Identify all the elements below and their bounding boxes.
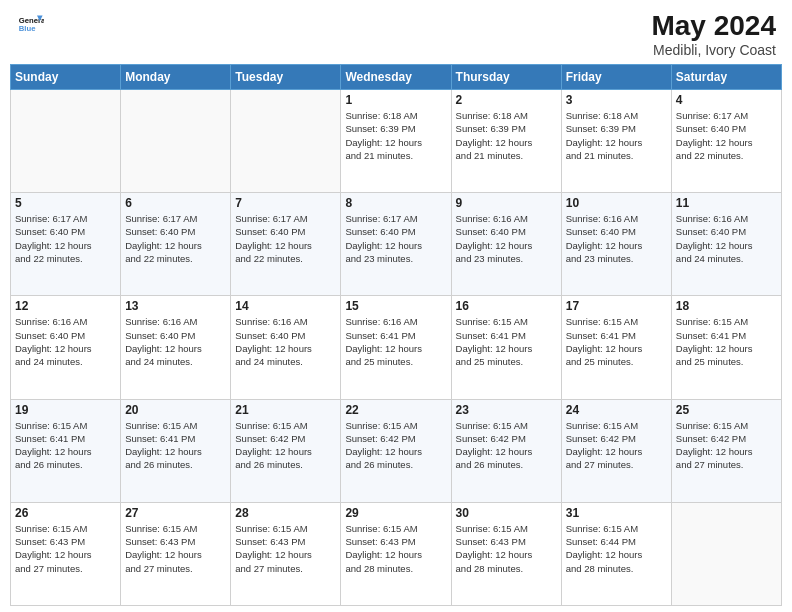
day-info: Sunrise: 6:17 AM Sunset: 6:40 PM Dayligh… (15, 212, 116, 265)
calendar-cell: 6Sunrise: 6:17 AM Sunset: 6:40 PM Daylig… (121, 193, 231, 296)
day-info: Sunrise: 6:16 AM Sunset: 6:40 PM Dayligh… (456, 212, 557, 265)
day-info: Sunrise: 6:16 AM Sunset: 6:40 PM Dayligh… (15, 315, 116, 368)
day-number: 13 (125, 299, 226, 313)
day-info: Sunrise: 6:15 AM Sunset: 6:43 PM Dayligh… (456, 522, 557, 575)
day-number: 25 (676, 403, 777, 417)
day-number: 19 (15, 403, 116, 417)
calendar-cell: 23Sunrise: 6:15 AM Sunset: 6:42 PM Dayli… (451, 399, 561, 502)
day-info: Sunrise: 6:16 AM Sunset: 6:40 PM Dayligh… (566, 212, 667, 265)
calendar-cell (231, 90, 341, 193)
day-number: 21 (235, 403, 336, 417)
calendar-cell: 16Sunrise: 6:15 AM Sunset: 6:41 PM Dayli… (451, 296, 561, 399)
weekday-header-saturday: Saturday (671, 65, 781, 90)
calendar-cell: 17Sunrise: 6:15 AM Sunset: 6:41 PM Dayli… (561, 296, 671, 399)
day-info: Sunrise: 6:15 AM Sunset: 6:43 PM Dayligh… (235, 522, 336, 575)
calendar-cell: 20Sunrise: 6:15 AM Sunset: 6:41 PM Dayli… (121, 399, 231, 502)
calendar-cell: 12Sunrise: 6:16 AM Sunset: 6:40 PM Dayli… (11, 296, 121, 399)
day-info: Sunrise: 6:18 AM Sunset: 6:39 PM Dayligh… (566, 109, 667, 162)
calendar-cell: 5Sunrise: 6:17 AM Sunset: 6:40 PM Daylig… (11, 193, 121, 296)
calendar-cell: 31Sunrise: 6:15 AM Sunset: 6:44 PM Dayli… (561, 502, 671, 605)
day-number: 4 (676, 93, 777, 107)
day-number: 29 (345, 506, 446, 520)
day-number: 9 (456, 196, 557, 210)
day-info: Sunrise: 6:15 AM Sunset: 6:41 PM Dayligh… (15, 419, 116, 472)
calendar-cell (121, 90, 231, 193)
day-info: Sunrise: 6:17 AM Sunset: 6:40 PM Dayligh… (235, 212, 336, 265)
day-info: Sunrise: 6:15 AM Sunset: 6:41 PM Dayligh… (566, 315, 667, 368)
calendar-cell: 15Sunrise: 6:16 AM Sunset: 6:41 PM Dayli… (341, 296, 451, 399)
title-location: Medibli, Ivory Coast (651, 42, 776, 58)
title-block: May 2024 Medibli, Ivory Coast (651, 10, 776, 58)
calendar-cell: 21Sunrise: 6:15 AM Sunset: 6:42 PM Dayli… (231, 399, 341, 502)
week-row-3: 12Sunrise: 6:16 AM Sunset: 6:40 PM Dayli… (11, 296, 782, 399)
day-number: 16 (456, 299, 557, 313)
day-info: Sunrise: 6:15 AM Sunset: 6:42 PM Dayligh… (345, 419, 446, 472)
day-info: Sunrise: 6:15 AM Sunset: 6:42 PM Dayligh… (456, 419, 557, 472)
weekday-header-thursday: Thursday (451, 65, 561, 90)
weekday-header-row: SundayMondayTuesdayWednesdayThursdayFrid… (11, 65, 782, 90)
day-number: 17 (566, 299, 667, 313)
day-number: 5 (15, 196, 116, 210)
week-row-4: 19Sunrise: 6:15 AM Sunset: 6:41 PM Dayli… (11, 399, 782, 502)
week-row-2: 5Sunrise: 6:17 AM Sunset: 6:40 PM Daylig… (11, 193, 782, 296)
day-info: Sunrise: 6:15 AM Sunset: 6:41 PM Dayligh… (676, 315, 777, 368)
day-number: 6 (125, 196, 226, 210)
calendar: SundayMondayTuesdayWednesdayThursdayFrid… (0, 64, 792, 612)
day-number: 12 (15, 299, 116, 313)
day-number: 18 (676, 299, 777, 313)
calendar-cell: 3Sunrise: 6:18 AM Sunset: 6:39 PM Daylig… (561, 90, 671, 193)
day-info: Sunrise: 6:15 AM Sunset: 6:44 PM Dayligh… (566, 522, 667, 575)
day-info: Sunrise: 6:16 AM Sunset: 6:40 PM Dayligh… (125, 315, 226, 368)
day-info: Sunrise: 6:18 AM Sunset: 6:39 PM Dayligh… (456, 109, 557, 162)
day-number: 27 (125, 506, 226, 520)
day-info: Sunrise: 6:15 AM Sunset: 6:42 PM Dayligh… (235, 419, 336, 472)
calendar-cell: 19Sunrise: 6:15 AM Sunset: 6:41 PM Dayli… (11, 399, 121, 502)
week-row-1: 1Sunrise: 6:18 AM Sunset: 6:39 PM Daylig… (11, 90, 782, 193)
calendar-cell: 27Sunrise: 6:15 AM Sunset: 6:43 PM Dayli… (121, 502, 231, 605)
calendar-cell: 8Sunrise: 6:17 AM Sunset: 6:40 PM Daylig… (341, 193, 451, 296)
calendar-cell (11, 90, 121, 193)
day-number: 22 (345, 403, 446, 417)
calendar-cell: 14Sunrise: 6:16 AM Sunset: 6:40 PM Dayli… (231, 296, 341, 399)
calendar-cell: 7Sunrise: 6:17 AM Sunset: 6:40 PM Daylig… (231, 193, 341, 296)
calendar-cell: 1Sunrise: 6:18 AM Sunset: 6:39 PM Daylig… (341, 90, 451, 193)
day-info: Sunrise: 6:17 AM Sunset: 6:40 PM Dayligh… (125, 212, 226, 265)
day-info: Sunrise: 6:15 AM Sunset: 6:42 PM Dayligh… (566, 419, 667, 472)
calendar-cell (671, 502, 781, 605)
day-number: 20 (125, 403, 226, 417)
calendar-table: SundayMondayTuesdayWednesdayThursdayFrid… (10, 64, 782, 606)
week-row-5: 26Sunrise: 6:15 AM Sunset: 6:43 PM Dayli… (11, 502, 782, 605)
logo: General Blue (16, 10, 44, 38)
calendar-cell: 26Sunrise: 6:15 AM Sunset: 6:43 PM Dayli… (11, 502, 121, 605)
day-number: 24 (566, 403, 667, 417)
weekday-header-monday: Monday (121, 65, 231, 90)
calendar-cell: 10Sunrise: 6:16 AM Sunset: 6:40 PM Dayli… (561, 193, 671, 296)
day-info: Sunrise: 6:18 AM Sunset: 6:39 PM Dayligh… (345, 109, 446, 162)
day-number: 31 (566, 506, 667, 520)
calendar-cell: 29Sunrise: 6:15 AM Sunset: 6:43 PM Dayli… (341, 502, 451, 605)
calendar-cell: 24Sunrise: 6:15 AM Sunset: 6:42 PM Dayli… (561, 399, 671, 502)
calendar-cell: 25Sunrise: 6:15 AM Sunset: 6:42 PM Dayli… (671, 399, 781, 502)
calendar-cell: 30Sunrise: 6:15 AM Sunset: 6:43 PM Dayli… (451, 502, 561, 605)
title-month: May 2024 (651, 10, 776, 42)
day-info: Sunrise: 6:15 AM Sunset: 6:43 PM Dayligh… (345, 522, 446, 575)
day-number: 10 (566, 196, 667, 210)
day-number: 26 (15, 506, 116, 520)
day-info: Sunrise: 6:16 AM Sunset: 6:41 PM Dayligh… (345, 315, 446, 368)
calendar-cell: 28Sunrise: 6:15 AM Sunset: 6:43 PM Dayli… (231, 502, 341, 605)
calendar-cell: 2Sunrise: 6:18 AM Sunset: 6:39 PM Daylig… (451, 90, 561, 193)
calendar-cell: 18Sunrise: 6:15 AM Sunset: 6:41 PM Dayli… (671, 296, 781, 399)
day-number: 11 (676, 196, 777, 210)
header: General Blue May 2024 Medibli, Ivory Coa… (0, 0, 792, 64)
day-info: Sunrise: 6:17 AM Sunset: 6:40 PM Dayligh… (676, 109, 777, 162)
day-number: 2 (456, 93, 557, 107)
page: General Blue May 2024 Medibli, Ivory Coa… (0, 0, 792, 612)
day-info: Sunrise: 6:15 AM Sunset: 6:42 PM Dayligh… (676, 419, 777, 472)
day-info: Sunrise: 6:15 AM Sunset: 6:43 PM Dayligh… (125, 522, 226, 575)
day-info: Sunrise: 6:15 AM Sunset: 6:41 PM Dayligh… (125, 419, 226, 472)
weekday-header-friday: Friday (561, 65, 671, 90)
calendar-cell: 13Sunrise: 6:16 AM Sunset: 6:40 PM Dayli… (121, 296, 231, 399)
weekday-header-wednesday: Wednesday (341, 65, 451, 90)
day-number: 7 (235, 196, 336, 210)
day-number: 23 (456, 403, 557, 417)
